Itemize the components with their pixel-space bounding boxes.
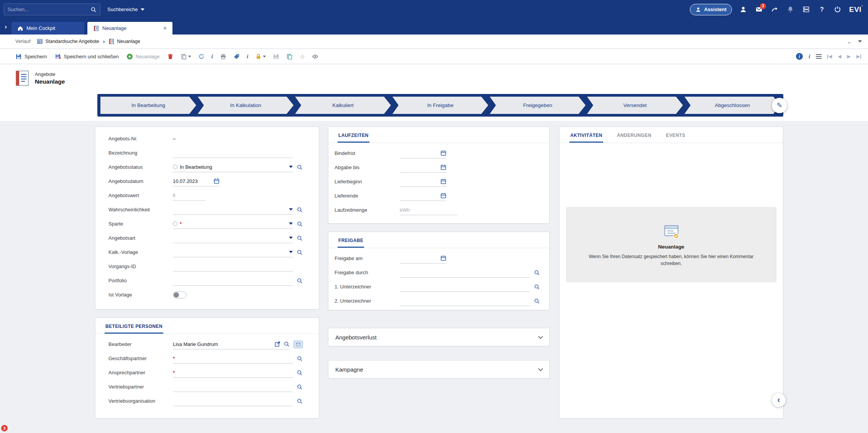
vertriebsorganisation-input[interactable]	[173, 398, 293, 404]
process-step-versendet[interactable]: Versendet	[587, 97, 683, 114]
breadcrumb-item-current[interactable]: Neuanlage	[108, 38, 140, 44]
laufzeitmenge-input[interactable]	[400, 207, 457, 213]
process-step-in-freigabe[interactable]: In Freigabe	[392, 97, 488, 114]
tag-button[interactable]	[230, 49, 243, 64]
abgabe-bis-input[interactable]	[400, 163, 446, 173]
lookup-icon[interactable]	[284, 341, 290, 347]
lookup-icon[interactable]	[297, 384, 303, 390]
user-icon[interactable]	[739, 5, 748, 14]
info-secondary-button[interactable]: i	[243, 49, 252, 64]
lookup-icon[interactable]	[297, 164, 303, 170]
mail-icon[interactable]: 3	[755, 5, 763, 14]
angebotsstatus-select[interactable]: In Bearbeitung	[173, 162, 293, 172]
tab-events[interactable]: EVENTS	[665, 133, 686, 143]
close-icon[interactable]: ×	[163, 25, 167, 31]
favorite-button[interactable]: ☆	[296, 49, 308, 64]
calendar-icon[interactable]	[440, 193, 446, 199]
nav-last-button[interactable]: ▶	[857, 54, 861, 59]
process-step-kalkuliert[interactable]: Kalkuliert	[295, 97, 391, 114]
tab-laufzeiten[interactable]: LAUFZEITEN	[338, 133, 369, 143]
search-icon[interactable]	[87, 4, 100, 15]
calendar-icon[interactable]	[213, 178, 220, 184]
calendar-icon[interactable]	[440, 255, 446, 261]
lookup-icon[interactable]	[534, 298, 540, 304]
history-dropdown-icon[interactable]	[858, 40, 862, 43]
geschaeftspartner-input[interactable]	[177, 356, 293, 361]
angebotswert-input[interactable]	[173, 193, 206, 198]
assistant-button[interactable]: Assistent	[690, 4, 732, 15]
lieferbeginn-input[interactable]	[400, 177, 446, 187]
watch-button[interactable]	[308, 49, 322, 64]
notification-badge[interactable]: 3	[1, 425, 8, 431]
nav-first-button[interactable]: ◀	[827, 54, 832, 59]
wahrscheinlichkeit-select[interactable]	[173, 205, 293, 215]
history-back-icon[interactable]: ←	[847, 38, 853, 45]
tab-beteiligte-personen[interactable]: BETEILIGTE PERSONEN	[105, 324, 163, 334]
global-search[interactable]	[4, 3, 100, 15]
redo-icon[interactable]	[771, 5, 779, 14]
lookup-icon[interactable]	[297, 207, 303, 213]
kalk-vorlage-select[interactable]	[173, 247, 293, 257]
lookup-icon[interactable]	[297, 249, 303, 255]
tab-mein-cockpit[interactable]: Mein Cockpit	[11, 22, 84, 35]
section-kampagne[interactable]: Kampagne	[328, 360, 550, 379]
vertriebspartner-input[interactable]	[173, 384, 293, 390]
angebotsart-select[interactable]	[173, 233, 293, 243]
lookup-icon[interactable]	[297, 398, 303, 404]
bindefrist-input[interactable]	[400, 148, 446, 158]
freigabe-durch-input[interactable]	[400, 270, 530, 275]
ansprechpartner-input[interactable]	[177, 370, 293, 375]
freigabe-am-input[interactable]	[400, 254, 446, 263]
lookup-icon[interactable]	[534, 270, 540, 276]
calendar-icon[interactable]	[440, 150, 446, 156]
menu-icon[interactable]	[816, 54, 822, 59]
nav-prev-button[interactable]: ◀	[838, 54, 841, 59]
tab-freigabe[interactable]: FREIGABE	[338, 238, 364, 248]
save-button[interactable]: Speichern	[11, 49, 51, 64]
portfolio-input[interactable]	[173, 278, 293, 283]
help-icon[interactable]: ?	[818, 5, 826, 14]
info-button[interactable]: i	[208, 49, 217, 64]
tab-aenderungen[interactable]: ÄNDERUNGEN	[616, 133, 652, 143]
nav-next-button[interactable]: ▶	[847, 54, 851, 59]
calendar-icon[interactable]	[440, 164, 446, 170]
send-mail-button[interactable]	[294, 341, 303, 348]
print-button[interactable]	[217, 49, 230, 64]
search-input[interactable]	[4, 7, 87, 12]
unterzeichner1-input[interactable]	[400, 284, 530, 290]
tab-neuanlage[interactable]: Neuanlage ×	[87, 22, 172, 35]
chevron-down-icon[interactable]	[289, 208, 293, 211]
chevron-down-icon[interactable]	[289, 166, 293, 168]
tab-aktivitaeten[interactable]: AKTIVITÄTEN	[569, 133, 603, 143]
lieferende-input[interactable]	[400, 191, 446, 201]
chevron-down-icon[interactable]	[289, 251, 293, 253]
panel-collapse-button[interactable]: ‹	[772, 393, 786, 407]
edit-status-button[interactable]: ✎	[772, 98, 787, 113]
record-info-button[interactable]: i	[796, 53, 803, 60]
process-step-abgeschlossen[interactable]: Abgeschlossen	[684, 97, 780, 114]
lock-button[interactable]	[252, 49, 269, 64]
search-scope-dropdown[interactable]: Suchbereiche	[107, 7, 144, 12]
apps-icon[interactable]	[802, 5, 811, 14]
lookup-icon[interactable]	[297, 278, 303, 284]
lookup-icon[interactable]	[297, 235, 303, 241]
bell-icon[interactable]	[786, 5, 795, 14]
lookup-icon[interactable]	[297, 370, 303, 376]
logout-icon[interactable]	[834, 5, 842, 14]
process-step-in-kalkulation[interactable]: In Kalkulation	[198, 97, 294, 114]
open-record-icon[interactable]	[274, 341, 281, 347]
new-record-button[interactable]: Neuanlage	[123, 49, 164, 64]
bezeichnung-input[interactable]	[173, 150, 293, 156]
ist-vorlage-toggle[interactable]	[173, 291, 187, 298]
chevron-down-icon[interactable]	[289, 222, 293, 225]
refresh-button[interactable]	[195, 49, 208, 64]
section-angebotsverlust[interactable]: Angebotsverlust	[328, 328, 550, 346]
lookup-icon[interactable]	[534, 284, 540, 290]
breadcrumb-item-search[interactable]: Standardsuche Angebote	[37, 38, 99, 44]
calendar-icon[interactable]	[440, 178, 446, 184]
delete-button[interactable]	[164, 49, 177, 64]
link-record-button[interactable]	[283, 49, 296, 64]
details-button[interactable]: i	[809, 53, 810, 60]
vorgangs-id-input[interactable]	[173, 263, 293, 269]
lookup-icon[interactable]	[297, 356, 303, 362]
